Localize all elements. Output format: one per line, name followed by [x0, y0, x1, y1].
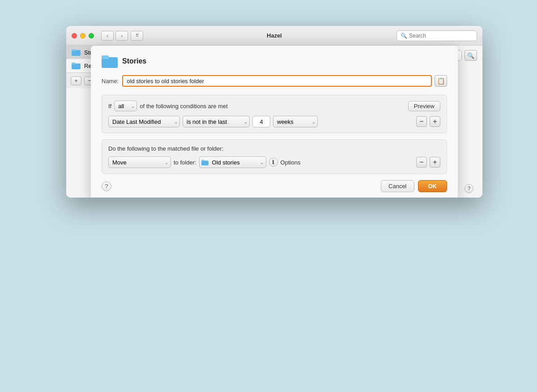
grid-view-button[interactable]: ⠿	[131, 31, 143, 41]
search-icon-btn[interactable]: 🔍	[465, 50, 477, 61]
name-icon-button[interactable]: 📋	[435, 75, 447, 87]
folder-icon-remote	[72, 62, 81, 69]
condition-operator-select[interactable]: is not in the last is in the last	[183, 116, 250, 127]
minimize-button[interactable]	[80, 33, 85, 38]
conditions-section: If all any of the following conditions a…	[102, 95, 447, 133]
to-folder-label: to folder:	[174, 159, 196, 166]
options-label: Options	[281, 159, 301, 166]
add-condition-button[interactable]: +	[430, 116, 440, 127]
traffic-lights	[72, 33, 94, 38]
remove-condition-button[interactable]: −	[416, 116, 427, 127]
add-action-button[interactable]: +	[430, 157, 440, 168]
if-condition-select[interactable]: all any	[114, 101, 137, 111]
back-button[interactable]: ‹	[101, 31, 114, 41]
search-input[interactable]	[409, 33, 473, 39]
condition-unit-select[interactable]: weeks days months	[273, 116, 318, 127]
condition-value-input[interactable]	[252, 116, 270, 127]
condition-text: of the following conditions are met	[140, 103, 228, 110]
condition-attribute-select[interactable]: Date Last Modified Date Created	[108, 116, 180, 127]
dialog-folder-icon	[102, 55, 118, 68]
nav-buttons: ‹ ›	[101, 31, 128, 41]
help-button-bg[interactable]: ?	[465, 184, 473, 193]
svg-rect-3	[72, 63, 76, 64]
window-title: Hazel	[267, 32, 282, 39]
operator-select-wrap: is not in the last is in the last	[183, 116, 250, 127]
date-select-wrap: Date Last Modified Date Created	[108, 116, 180, 127]
main-window: ‹ › ⠿ Hazel 🔍 Stori	[66, 26, 482, 198]
weeks-select-wrap: weeks days months	[273, 116, 318, 127]
condition-row: Date Last Modified Date Created is not i…	[108, 116, 440, 127]
folder-target-wrap: Old stories	[199, 156, 266, 168]
add-folder-button[interactable]: +	[71, 76, 81, 85]
search-bar: 🔍	[396, 30, 477, 41]
svg-rect-5	[102, 55, 109, 59]
modal-overlay: Stories Name: 📋 If all any	[66, 26, 482, 198]
name-row: Name: 📋	[102, 75, 447, 87]
if-row: If all any of the following conditions a…	[108, 101, 440, 111]
info-button[interactable]: ℹ	[269, 158, 278, 167]
dialog-header: Stories	[102, 55, 447, 68]
svg-rect-1	[72, 49, 76, 51]
preview-button[interactable]: Preview	[408, 101, 440, 111]
rule-name-input[interactable]	[122, 75, 432, 87]
close-button[interactable]	[72, 33, 77, 38]
modal-dialog: Stories Name: 📋 If all any	[91, 46, 458, 198]
dialog-footer: ? Cancel OK	[102, 180, 447, 192]
action-label: Do the following to the matched file or …	[108, 145, 440, 152]
ok-button[interactable]: OK	[418, 180, 448, 192]
action-select-wrap: Move Copy Delete	[108, 156, 171, 168]
forward-button[interactable]: ›	[115, 31, 128, 41]
action-section: Do the following to the matched file or …	[102, 139, 447, 174]
cancel-button[interactable]: Cancel	[381, 180, 414, 192]
remove-action-button[interactable]: −	[416, 157, 427, 168]
help-button[interactable]: ?	[102, 181, 111, 191]
all-select-wrap: all any	[114, 101, 137, 111]
if-label: If	[108, 103, 111, 110]
name-label: Name:	[102, 78, 119, 84]
search-icon: 🔍	[401, 33, 407, 39]
folder-icon-stories	[72, 49, 81, 56]
maximize-button[interactable]	[89, 33, 94, 38]
dialog-folder-title: Stories	[122, 57, 146, 65]
folder-target-select[interactable]: Old stories	[199, 156, 266, 168]
action-row: Move Copy Delete to folder: Old stories	[108, 156, 440, 168]
action-type-select[interactable]: Move Copy Delete	[108, 156, 171, 168]
title-bar: ‹ › ⠿ Hazel 🔍	[66, 26, 482, 46]
